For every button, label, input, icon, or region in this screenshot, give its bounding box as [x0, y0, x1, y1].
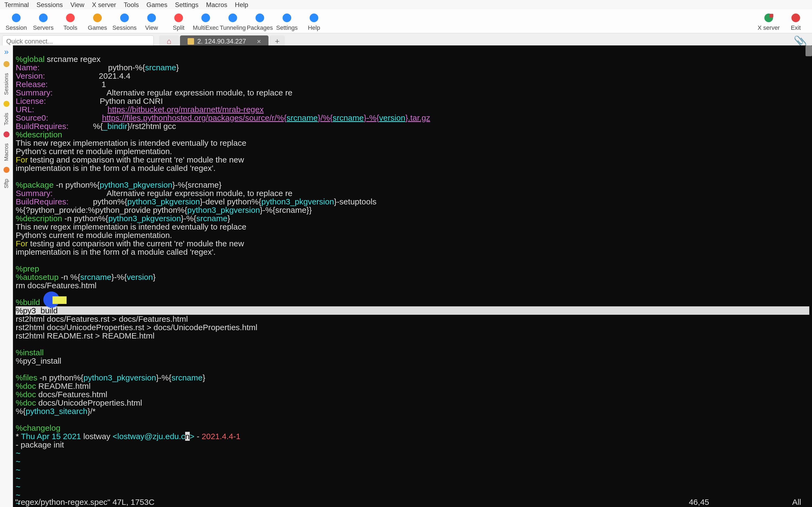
text: } — [153, 273, 156, 281]
text: }-%{srcname}} — [260, 206, 312, 214]
kw-for: For — [16, 155, 28, 164]
spec-key: Release: — [16, 80, 48, 89]
menu-view[interactable]: View — [70, 1, 85, 8]
text: Python's current re module implementatio… — [16, 231, 172, 239]
text: }/* — [88, 407, 96, 415]
spec-key: Summary: — [16, 189, 53, 198]
toolbar-multiexec-button[interactable]: MultiExec — [192, 11, 219, 32]
toolbar-view-button[interactable]: View — [138, 11, 165, 32]
servers-icon — [37, 12, 49, 24]
toolbar-label: Tunneling — [220, 24, 246, 32]
tab-label: 2. 124.90.34.227 — [197, 38, 246, 45]
svg-point-3 — [93, 13, 102, 22]
var: srcname — [333, 113, 364, 122]
vim-tilde: ~ — [16, 449, 20, 457]
text: -n python%{ — [54, 180, 100, 189]
status-scroll: All — [792, 498, 801, 506]
menu-tools[interactable]: Tools — [124, 1, 139, 8]
text: implementation is in the form of a modul… — [16, 247, 216, 256]
scrollbar-thumb[interactable] — [806, 45, 812, 56]
settings-icon — [281, 12, 293, 24]
status-pos: 46,45 — [689, 498, 709, 506]
directive: %build — [16, 298, 40, 306]
side-item-macros[interactable]: Macros — [3, 143, 9, 161]
toolbar-help-button[interactable]: Help — [300, 11, 327, 32]
spec-key: Source0: — [16, 113, 48, 122]
terminal[interactable]: %global srcname regex Name: python-%{src… — [13, 45, 812, 507]
var: _bindir — [103, 122, 127, 130]
date: Thu Apr 15 2021 — [21, 432, 81, 441]
text: docs/Features.html — [36, 390, 107, 399]
text: } — [202, 373, 205, 382]
split-icon — [173, 12, 185, 24]
toolbar-packages-button[interactable]: Packages — [246, 11, 273, 32]
toolbar-sessions-button[interactable]: Sessions — [111, 11, 138, 32]
var: version — [127, 273, 153, 281]
toolbar-label: Tools — [63, 24, 77, 32]
var: srcname — [287, 113, 318, 122]
toolbar-servers-button[interactable]: Servers — [30, 11, 57, 32]
svg-point-5 — [147, 13, 156, 22]
spec-key: BuildRequires: — [16, 122, 68, 130]
text: %{ — [93, 122, 103, 130]
toolbar-xserver-button[interactable]: X server — [755, 11, 782, 32]
url: https://files.pythonhosted.org/packages/… — [102, 113, 287, 122]
text: python-%{ — [108, 63, 145, 72]
multiexec-icon — [200, 12, 212, 24]
tab-close-icon[interactable]: × — [257, 37, 261, 46]
text: rst2html README.rst > README.html — [16, 331, 155, 340]
email: <lostway@zju.edu.c — [113, 432, 185, 441]
toolbar-label: Settings — [276, 24, 298, 32]
menu-help[interactable]: Help — [235, 1, 248, 8]
text: Python's current re module implementatio… — [16, 147, 172, 156]
text: This new regex implementation is intende… — [16, 138, 246, 147]
side-item-sessions[interactable]: Sessions — [3, 73, 9, 95]
menu-sessions[interactable]: Sessions — [37, 1, 63, 8]
svg-point-7 — [201, 13, 210, 22]
help-icon — [308, 12, 320, 24]
text: rm docs/Features.html — [16, 281, 96, 290]
vim-tilde: ~ — [16, 465, 20, 474]
var: python3_pkgversion — [83, 373, 156, 382]
toolbar-tunneling-button[interactable]: Tunneling — [219, 11, 246, 32]
exit-icon — [790, 12, 802, 24]
toolbar-label: Games — [88, 24, 107, 32]
text: - — [194, 432, 202, 441]
text: %{ — [16, 407, 26, 415]
vim-tilde: ~ — [16, 457, 20, 466]
spec-key: License: — [16, 97, 46, 105]
text: -n python%{ — [37, 373, 83, 382]
side-item-sftp[interactable]: Sftp — [3, 179, 9, 188]
directive: %files — [16, 373, 37, 382]
directive: %install — [16, 348, 44, 357]
side-item-tools[interactable]: Tools — [3, 113, 9, 125]
var: python3_pkgversion — [100, 180, 172, 189]
svg-point-4 — [120, 13, 129, 22]
expand-panel-icon[interactable]: » — [4, 47, 9, 56]
spec-key: Version: — [16, 71, 45, 80]
home-icon: ⌂ — [167, 37, 171, 46]
menu-x-server[interactable]: X server — [92, 1, 116, 8]
toolbar-split-button[interactable]: Split — [165, 11, 192, 32]
var: srcname — [145, 63, 176, 72]
menu-macros[interactable]: Macros — [206, 1, 227, 8]
menu-terminal[interactable]: Terminal — [4, 1, 29, 8]
toolbar-games-button[interactable]: Games — [84, 11, 111, 32]
menu-games[interactable]: Games — [146, 1, 167, 8]
toolbar-label: Sessions — [112, 24, 137, 32]
toolbar-exit-button[interactable]: Exit — [782, 11, 809, 32]
side-dot-icon — [3, 101, 9, 107]
toolbar-tools-button[interactable]: Tools — [57, 11, 84, 32]
text: }-%{ — [111, 273, 127, 281]
spec-key: Name: — [16, 63, 40, 72]
var: python3_sitearch — [26, 407, 88, 415]
url: https://bitbucket.org/mrabarnett/mrab-re… — [107, 105, 264, 114]
svg-point-14 — [792, 13, 800, 22]
toolbar-session-button[interactable]: Session — [3, 11, 30, 32]
svg-rect-13 — [769, 14, 773, 17]
side-panel: » SessionsToolsMacrosSftp — [0, 45, 13, 507]
selected-line: %py3_build — [16, 306, 809, 315]
toolbar-settings-button[interactable]: Settings — [273, 11, 300, 32]
directive: %package — [16, 180, 54, 189]
menu-settings[interactable]: Settings — [175, 1, 198, 8]
